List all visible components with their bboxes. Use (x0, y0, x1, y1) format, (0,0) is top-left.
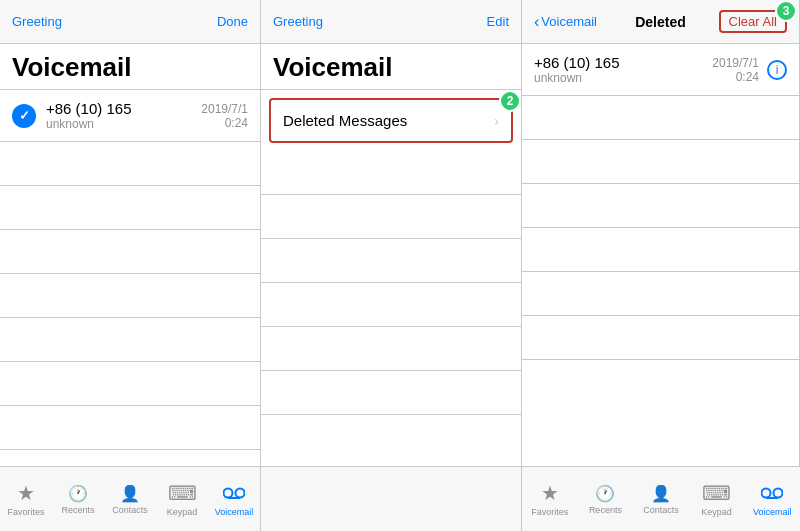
done-button[interactable]: Done (217, 14, 248, 29)
svg-point-0 (224, 488, 233, 497)
middle-empty-2 (261, 195, 521, 239)
global-tab-bar: ★ Favorites 🕐 Recents 👤 Contacts ⌨ Keypa… (0, 466, 800, 531)
tab-favorites-right[interactable]: ★ Favorites (522, 467, 578, 531)
empty-row-4 (0, 274, 260, 318)
favorites-label-left: Favorites (7, 507, 44, 517)
middle-panel-header: Greeting Edit (261, 0, 521, 44)
edit-button[interactable]: Edit (487, 14, 509, 29)
empty-row-3 (0, 230, 260, 274)
favorites-icon-right: ★ (541, 481, 559, 505)
keypad-label-right: Keypad (701, 507, 732, 517)
middle-empty-4 (261, 283, 521, 327)
right-empty-2 (522, 140, 799, 184)
left-title-row: Voicemail (0, 44, 260, 90)
voicemail-icon-right (761, 482, 783, 505)
svg-point-3 (762, 488, 771, 497)
recents-icon-right: 🕐 (595, 484, 615, 503)
right-empty-3 (522, 184, 799, 228)
voicemail-label-left: Voicemail (215, 507, 254, 517)
left-panel-header: Greeting Done (0, 0, 260, 44)
back-to-voicemail-button[interactable]: ‹ Voicemail (534, 13, 597, 31)
contacts-icon-left: 👤 (120, 484, 140, 503)
right-empty-6 (522, 316, 799, 360)
back-label: Voicemail (541, 14, 597, 29)
tab-recents-left[interactable]: 🕐 Recents (52, 467, 104, 531)
left-panel-title: Voicemail (12, 52, 131, 82)
right-voicemail-date: 2019/7/1 (712, 56, 759, 70)
right-caller-number: +86 (10) 165 (534, 54, 712, 71)
voicemail-duration: 0:24 (201, 116, 248, 130)
tab-favorites-left[interactable]: ★ Favorites (0, 467, 52, 531)
right-panel-header: ‹ Voicemail Deleted Clear All 3 (522, 0, 799, 44)
caller-number: +86 (10) 165 (46, 100, 201, 117)
middle-panel-title: Voicemail (273, 52, 392, 82)
contacts-icon-right: 👤 (651, 484, 671, 503)
right-tab-bar-section: ★ Favorites 🕐 Recents 👤 Contacts ⌨ Keypa… (522, 467, 800, 531)
tab-recents-right[interactable]: 🕐 Recents (578, 467, 634, 531)
right-voicemail-meta: 2019/7/1 0:24 (712, 56, 759, 84)
contacts-label-left: Contacts (112, 505, 148, 515)
left-panel-content: +86 (10) 165 unknown 2019/7/1 0:24 (0, 90, 260, 466)
back-chevron-icon: ‹ (534, 13, 539, 31)
middle-empty-5 (261, 327, 521, 371)
keypad-label-left: Keypad (167, 507, 198, 517)
right-voicemail-item[interactable]: +86 (10) 165 unknown 2019/7/1 0:24 i (522, 44, 799, 96)
middle-empty-1 (261, 151, 521, 195)
voicemail-list-item[interactable]: +86 (10) 165 unknown 2019/7/1 0:24 (0, 90, 260, 142)
voicemail-info: +86 (10) 165 unknown (46, 100, 201, 131)
right-panel-current-title: Deleted (635, 14, 686, 30)
middle-tab-spacer (261, 467, 522, 531)
tab-voicemail-right[interactable]: Voicemail (744, 467, 800, 531)
empty-row-6 (0, 362, 260, 406)
right-voicemail-info: +86 (10) 165 unknown (534, 54, 712, 85)
tab-keypad-left[interactable]: ⌨ Keypad (156, 467, 208, 531)
right-caller-name: unknown (534, 71, 712, 85)
greeting-button-middle[interactable]: Greeting (273, 14, 323, 29)
voicemail-date: 2019/7/1 (201, 102, 248, 116)
recents-label-right: Recents (589, 505, 622, 515)
empty-row-7 (0, 406, 260, 450)
chevron-right-icon: › (494, 113, 499, 129)
empty-row-2 (0, 186, 260, 230)
deleted-messages-label: Deleted Messages (283, 112, 494, 129)
right-empty-5 (522, 272, 799, 316)
caller-name: unknown (46, 117, 201, 131)
voicemail-icon-left (223, 482, 245, 505)
right-empty-1 (522, 96, 799, 140)
selected-check (12, 104, 36, 128)
middle-panel-content: Deleted Messages › 2 (261, 90, 521, 466)
info-button[interactable]: i (767, 60, 787, 80)
recents-label-left: Recents (61, 505, 94, 515)
empty-row-1 (0, 142, 260, 186)
middle-empty-6 (261, 371, 521, 415)
info-icon: i (776, 63, 779, 77)
tab-keypad-right[interactable]: ⌨ Keypad (689, 467, 745, 531)
favorites-label-right: Favorites (531, 507, 568, 517)
right-panel-content: +86 (10) 165 unknown 2019/7/1 0:24 i (522, 44, 799, 466)
recents-icon-left: 🕐 (68, 484, 88, 503)
tab-contacts-left[interactable]: 👤 Contacts (104, 467, 156, 531)
middle-title-row: Voicemail (261, 44, 521, 90)
tab-voicemail-left[interactable]: Voicemail (208, 467, 260, 531)
right-empty-4 (522, 228, 799, 272)
right-voicemail-duration: 0:24 (712, 70, 759, 84)
contacts-label-right: Contacts (643, 505, 679, 515)
keypad-icon-right: ⌨ (702, 481, 731, 505)
empty-row-5 (0, 318, 260, 362)
annotation-badge-3: 3 (775, 0, 797, 22)
middle-empty-3 (261, 239, 521, 283)
svg-point-1 (236, 488, 245, 497)
deleted-messages-row[interactable]: Deleted Messages › 2 (269, 98, 513, 143)
voicemail-label-right: Voicemail (753, 507, 792, 517)
voicemail-meta: 2019/7/1 0:24 (201, 102, 248, 130)
greeting-button-left[interactable]: Greeting (12, 14, 62, 29)
annotation-badge-2: 2 (499, 90, 521, 112)
left-tab-bar-section: ★ Favorites 🕐 Recents 👤 Contacts ⌨ Keypa… (0, 467, 261, 531)
favorites-icon-left: ★ (17, 481, 35, 505)
svg-point-4 (774, 488, 783, 497)
keypad-icon-left: ⌨ (168, 481, 197, 505)
tab-contacts-right[interactable]: 👤 Contacts (633, 467, 689, 531)
